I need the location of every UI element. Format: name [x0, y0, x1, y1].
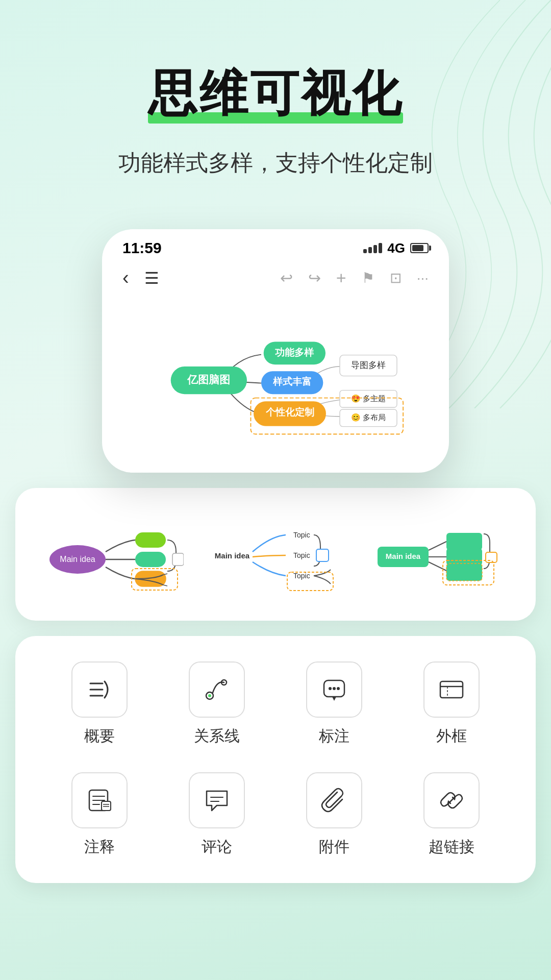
svg-point-45	[329, 687, 332, 690]
frame-label: 外框	[436, 726, 467, 747]
svg-rect-26	[316, 549, 329, 561]
feature-comment: 评论	[163, 772, 270, 857]
svg-text:功能多样: 功能多样	[275, 347, 314, 358]
feature-attachment: 附件	[281, 772, 388, 857]
svg-text:Topic: Topic	[293, 551, 310, 559]
svg-point-46	[333, 687, 336, 690]
svg-text:Topic: Topic	[293, 531, 310, 539]
svg-rect-55	[102, 801, 111, 811]
feature-hyperlink: 超链接	[398, 772, 505, 857]
phone-mockup: 11:59 4G ‹ ☰ ↩ ↪ + ⚑ ⊡	[102, 229, 449, 473]
menu-icon[interactable]: ☰	[144, 268, 159, 288]
feature-relation: 关系线	[163, 662, 270, 747]
svg-rect-35	[446, 564, 482, 581]
signal-icon	[363, 243, 382, 253]
note-label: 注释	[84, 837, 115, 857]
features-section: 概要 关系线	[15, 636, 536, 883]
svg-text:😍 多主题: 😍 多主题	[351, 394, 386, 403]
svg-rect-36	[486, 552, 497, 562]
svg-text:导图多样: 导图多样	[351, 360, 386, 370]
svg-rect-48	[440, 681, 463, 698]
status-bar: 11:59 4G	[102, 229, 449, 262]
redo-icon[interactable]: ↪	[308, 269, 321, 287]
svg-text:Main idea: Main idea	[386, 552, 421, 560]
relation-icon-box	[189, 662, 245, 718]
svg-rect-18	[135, 552, 166, 567]
attachment-icon-box	[306, 772, 362, 828]
svg-point-42	[208, 694, 211, 697]
svg-text:Topic: Topic	[293, 572, 310, 580]
battery-icon	[410, 243, 429, 253]
svg-line-32	[429, 562, 446, 571]
template-item-1: Main idea	[36, 513, 189, 595]
hero-title: 思维可视化	[148, 61, 403, 128]
svg-rect-34	[446, 548, 482, 566]
comment-icon-box	[189, 772, 245, 828]
template-item-2: Main idea Topic Topic Topic	[199, 513, 352, 595]
network-type: 4G	[387, 240, 405, 256]
feature-frame: 外框	[398, 662, 505, 747]
hyperlink-icon-box	[423, 772, 480, 828]
svg-text:个性化定制: 个性化定制	[265, 407, 314, 418]
summary-label: 概要	[84, 726, 115, 747]
add-icon[interactable]: +	[336, 268, 346, 288]
more-icon[interactable]: ···	[417, 270, 429, 286]
hyperlink-label: 超链接	[429, 837, 474, 857]
svg-line-30	[429, 542, 446, 550]
feature-mark: 标注	[281, 662, 388, 747]
summary-icon-box	[71, 662, 128, 718]
svg-text:样式丰富: 样式丰富	[272, 376, 312, 387]
back-button[interactable]: ‹	[122, 267, 129, 289]
svg-text:亿图脑图: 亿图脑图	[187, 374, 230, 385]
attachment-label: 附件	[319, 837, 349, 857]
save-icon[interactable]: ⊡	[390, 270, 402, 286]
svg-text:😊 多布局: 😊 多布局	[351, 413, 386, 422]
svg-text:Main idea: Main idea	[215, 551, 250, 560]
svg-rect-20	[172, 553, 184, 566]
template-item-3: Main idea	[362, 513, 515, 595]
templates-row: Main idea	[36, 513, 515, 595]
hero-section: 思维可视化 功能样式多样，支持个性化定制	[0, 0, 551, 209]
tag-icon[interactable]: ⚑	[362, 270, 374, 286]
svg-line-60	[448, 797, 455, 803]
svg-text:Main idea: Main idea	[60, 555, 95, 564]
status-right: 4G	[363, 240, 429, 256]
phone-section: 11:59 4G ‹ ☰ ↩ ↪ + ⚑ ⊡	[0, 209, 551, 473]
undo-icon[interactable]: ↩	[280, 269, 293, 287]
svg-point-47	[337, 687, 340, 690]
mark-label: 标注	[319, 726, 349, 747]
frame-icon-box	[423, 662, 480, 718]
time-display: 11:59	[122, 239, 162, 257]
svg-rect-17	[135, 532, 166, 548]
templates-section: Main idea	[15, 488, 536, 621]
feature-summary: 概要	[46, 662, 153, 747]
comment-label: 评论	[202, 837, 232, 857]
mindmap-canvas: 亿图脑图 功能多样 样式丰富 个性化定制 导图多样 😍 多主题 😊 多布	[102, 299, 449, 473]
hero-subtitle: 功能样式多样，支持个性化定制	[31, 148, 520, 178]
mark-icon-box	[306, 662, 362, 718]
relation-label: 关系线	[194, 726, 240, 747]
phone-toolbar: ‹ ☰ ↩ ↪ + ⚑ ⊡ ···	[102, 262, 449, 299]
note-icon-box	[71, 772, 128, 828]
svg-rect-33	[446, 533, 482, 550]
feature-note: 注释	[46, 772, 153, 857]
features-grid: 概要 关系线	[46, 662, 505, 857]
